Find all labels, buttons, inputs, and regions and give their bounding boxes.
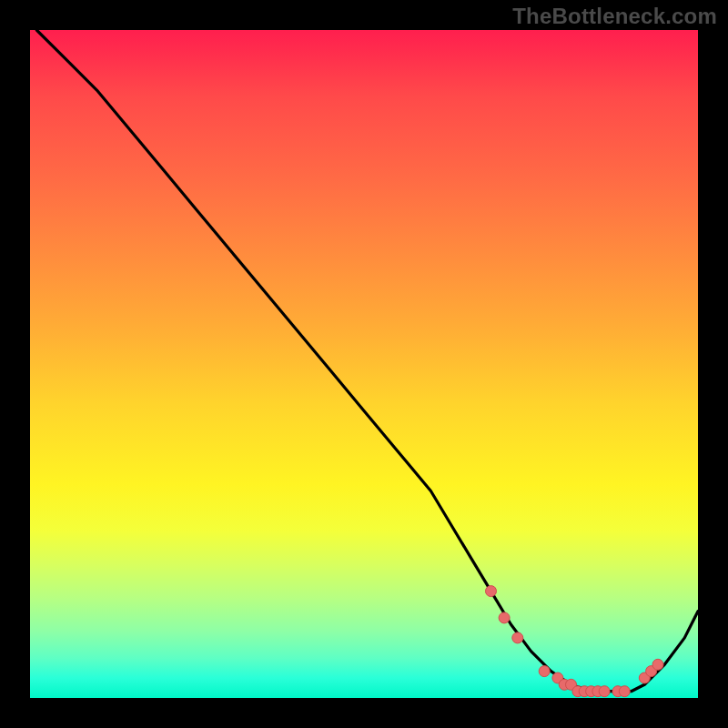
curve-marker: [599, 686, 610, 697]
curve-marker: [652, 659, 663, 670]
curve-marker: [512, 632, 523, 643]
plot-area: [30, 30, 698, 698]
curve-marker: [539, 666, 550, 677]
chart-frame: TheBottleneck.com: [0, 0, 728, 728]
bottleneck-curve: [36, 30, 698, 692]
curve-markers: [486, 586, 664, 697]
plot-overlay: [30, 30, 698, 698]
curve-marker: [619, 686, 630, 697]
watermark-text: TheBottleneck.com: [512, 4, 717, 29]
curve-marker: [486, 586, 497, 597]
curve-marker: [499, 612, 510, 623]
